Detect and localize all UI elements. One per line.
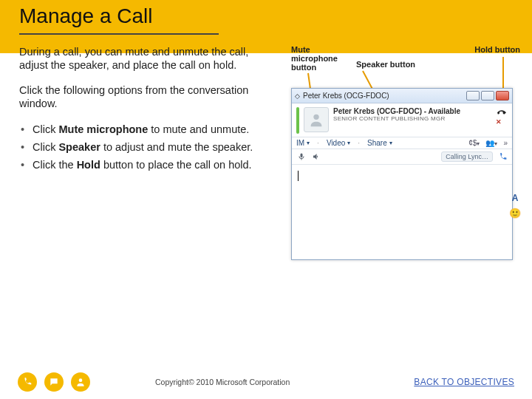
back-to-objectives-link[interactable]: BACK TO OBJECTIVES — [414, 377, 514, 387]
hold-button[interactable] — [497, 151, 508, 162]
contact-role: SENIOR CONTENT PUBLISHING MGR — [333, 115, 460, 122]
hangup-button[interactable]: ✕ — [496, 107, 508, 126]
bullet-marker: • — [21, 140, 33, 154]
speaker-button[interactable] — [311, 151, 321, 162]
speaker-icon — [312, 152, 321, 161]
font-format-button[interactable]: A — [512, 193, 519, 203]
intro-paragraph: During a call, you can mute and unmute t… — [19, 45, 278, 72]
hold-phone-icon — [498, 152, 508, 162]
minimize-button[interactable] — [466, 91, 480, 100]
bullet-text: Click the Hold button to place the call … — [33, 158, 278, 171]
lync-icon: ◇ — [295, 92, 300, 100]
calling-status: Calling Lync… — [441, 151, 493, 162]
contact-text: Peter Krebs (OCG-FDOC) - Available SENIO… — [333, 107, 460, 122]
chevron-down-icon: ▾ — [347, 140, 350, 146]
close-icon: ✕ — [496, 118, 508, 126]
money-icon[interactable]: ¢$▾ — [468, 139, 480, 147]
slide: Manage a Call During a call, you can mut… — [0, 0, 532, 399]
tab-im[interactable]: IM ▾ — [296, 139, 310, 147]
window-titlebar: ◇ Peter Krebs (OCG-FDOC) — [292, 89, 512, 103]
window-buttons — [466, 91, 509, 100]
bullet-text: Click Speaker to adjust and mute the spe… — [33, 140, 278, 154]
bullet-marker: • — [21, 123, 33, 136]
page-title: Manage a Call — [19, 4, 153, 28]
contact-name: Peter Krebs (OCG-FDOC) - Available — [333, 107, 460, 115]
emoji-button[interactable]: 🙂 — [509, 208, 521, 219]
conversation-window: ◇ Peter Krebs (OCG-FDOC) Peter Krebs (OC… — [291, 88, 513, 260]
person-icon — [308, 112, 324, 128]
message-area[interactable] — [292, 165, 512, 259]
bullet-item: • Click Mute microphone to mute and unmu… — [21, 123, 278, 136]
expand-icon[interactable]: » — [503, 139, 508, 147]
mute-mic-button[interactable] — [296, 151, 307, 162]
presence-indicator — [296, 107, 299, 134]
bullet-list: • Click Mute microphone to mute and unmu… — [19, 123, 278, 171]
bullet-marker: • — [21, 158, 33, 171]
side-format-strip: A 🙂 — [509, 193, 521, 219]
close-button[interactable] — [496, 91, 509, 100]
tabs-row: IM ▾ · Video ▾ · Share ▾ ¢$▾ 👥▾ » — [292, 137, 512, 149]
chevron-down-icon: ▾ — [307, 140, 310, 146]
text-cursor — [298, 171, 299, 181]
avatar — [304, 107, 329, 132]
right-column: Mute microphone button Speaker button Ho… — [291, 45, 523, 176]
label-hold: Hold button — [468, 45, 520, 54]
copyright-text: Copyright© 2010 Microsoft Corporation — [31, 378, 414, 386]
footer: Copyright© 2010 Microsoft Corporation BA… — [0, 372, 532, 392]
chevron-down-icon: ▾ — [389, 140, 392, 146]
svg-point-0 — [313, 115, 318, 120]
microphone-icon — [297, 152, 306, 161]
click-prompt: Click the following options from the con… — [19, 83, 278, 110]
people-icon[interactable]: 👥▾ — [485, 139, 497, 147]
call-toolbar: Calling Lync… — [292, 149, 512, 165]
phone-icon — [496, 107, 508, 116]
content-area: During a call, you can mute and unmute t… — [0, 35, 532, 176]
maximize-button[interactable] — [481, 91, 494, 100]
left-column: During a call, you can mute and unmute t… — [19, 45, 278, 176]
label-mute-mic: Mute microphone button — [291, 45, 343, 72]
tab-share[interactable]: Share ▾ — [367, 139, 392, 147]
bullet-item: • Click the Hold button to place the cal… — [21, 158, 278, 171]
label-speaker: Speaker button — [356, 60, 423, 69]
bullet-text: Click Mute microphone to mute and unmute… — [33, 123, 278, 136]
tab-right-icons: ¢$▾ 👥▾ » — [468, 139, 508, 147]
bullet-item: • Click Speaker to adjust and mute the s… — [21, 140, 278, 154]
contact-header: Peter Krebs (OCG-FDOC) - Available SENIO… — [292, 103, 512, 137]
window-title: Peter Krebs (OCG-FDOC) — [303, 92, 463, 100]
tab-video[interactable]: Video ▾ — [327, 139, 350, 147]
